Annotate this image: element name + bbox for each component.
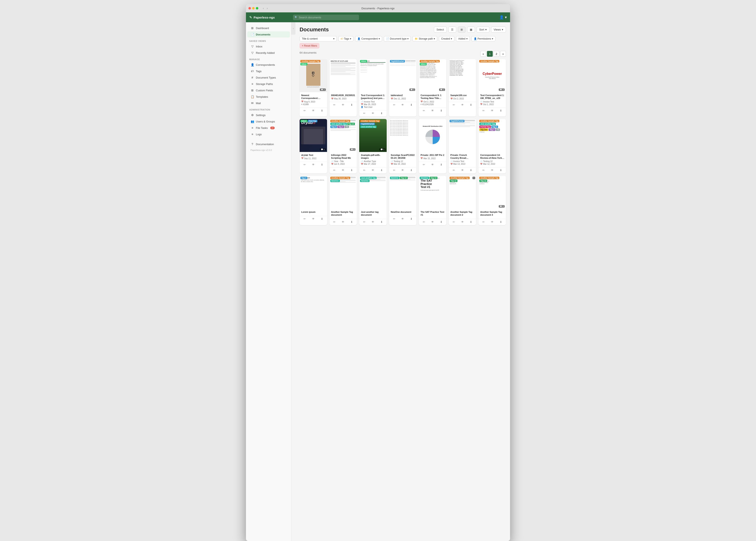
sidebar-item-mail[interactable]: ✉ Mail: [247, 100, 290, 106]
doc-card-3[interactable]: Medical Tracker Has the new KingOptimism…: [359, 59, 387, 117]
doc-card-19[interactable]: Make time to take the practice test. The…: [419, 176, 446, 225]
page-last[interactable]: »: [500, 51, 506, 57]
doc-card-18[interactable]: NewOne Tag 12 NewOne document ✏ 👁 ⬇: [389, 176, 417, 225]
close-button[interactable]: [248, 7, 251, 9]
page-2[interactable]: 2: [494, 51, 499, 57]
sidebar-item-logs[interactable]: ≡ Logs: [247, 131, 290, 137]
edit-btn-15[interactable]: ✏: [302, 217, 307, 221]
download-btn-3[interactable]: ⬇: [379, 111, 384, 115]
sidebar-item-templates[interactable]: 📋 Templates: [247, 94, 290, 100]
edit-btn-21[interactable]: ✏: [481, 220, 486, 224]
view-btn-1[interactable]: 👁: [311, 109, 316, 113]
download-btn-1[interactable]: ⬇: [320, 109, 324, 113]
doc-card-14[interactable]: Review of Articles of Federal Court Peti…: [478, 119, 506, 174]
page-prev[interactable]: «: [480, 51, 486, 57]
download-btn-4[interactable]: ⬇: [409, 103, 414, 107]
sidebar-item-inbox[interactable]: ▽ Inbox: [247, 43, 290, 50]
download-btn-13[interactable]: ⬇: [469, 168, 473, 172]
edit-btn-6[interactable]: ✏: [451, 103, 456, 107]
view-btn-13[interactable]: 👁: [460, 168, 465, 172]
doc-card-2[interactable]: MINUTES OF SCOTLAND: [330, 59, 357, 117]
view-btn-8[interactable]: 👁: [311, 163, 316, 167]
edit-btn-8[interactable]: ✏: [302, 163, 307, 167]
doctype-filter[interactable]: 📄 Document type ▾: [384, 36, 411, 41]
view-btn-11[interactable]: 👁: [400, 168, 405, 172]
minimize-button[interactable]: [252, 7, 255, 9]
edit-btn-19[interactable]: ✏: [422, 220, 426, 224]
edit-btn-1[interactable]: ✏: [302, 109, 307, 113]
sidebar-item-correspondents[interactable]: 👤 Correspondents: [247, 62, 290, 68]
download-btn-8[interactable]: ⬇: [320, 163, 324, 167]
download-btn-19[interactable]: ⬇: [439, 220, 444, 224]
download-btn-12[interactable]: ⬇: [439, 163, 444, 167]
created-filter[interactable]: Created ▾: [439, 36, 454, 41]
view-btn-9[interactable]: 👁: [340, 168, 346, 172]
sidebar-item-custom-fields[interactable]: ⊞ Custom Fields: [247, 87, 290, 93]
sidebar-item-document-types[interactable]: # Document Types: [247, 74, 290, 81]
doc-card-11[interactable]: This is a test for the double space char…: [389, 119, 417, 174]
sidebar-item-storage-paths[interactable]: ≡ Storage Paths: [247, 81, 290, 87]
view-btn-20[interactable]: 👁: [460, 220, 465, 224]
compact-view-button[interactable]: ▦: [467, 27, 475, 33]
edit-btn-3[interactable]: ✏: [362, 111, 367, 115]
storage-path-filter[interactable]: 📁 Storage path ▾: [412, 36, 437, 41]
title-content-filter[interactable]: Title & content ▾: [300, 36, 337, 41]
edit-btn-20[interactable]: ✏: [451, 220, 456, 224]
doc-card-13[interactable]: TagWithPartial Private: French Country B…: [449, 119, 476, 174]
sort-button[interactable]: Sort ▾: [477, 27, 489, 33]
download-btn-2[interactable]: ⬇: [349, 103, 354, 107]
sidebar-collapse-button[interactable]: ‹: [291, 22, 295, 35]
doc-card-21[interactable]: Lorem ipsum dolor sit amet,consectetur a…: [478, 176, 506, 225]
views-button[interactable]: Views ▾: [491, 27, 506, 33]
sidebar-item-users-groups[interactable]: 👥 Users & Groups: [247, 118, 290, 125]
tags-filter[interactable]: 🏷 Tags ▾: [338, 36, 353, 41]
doc-card-15[interactable]: Lorem ipsum Lorem ipsum dolor sit amet, …: [300, 176, 327, 225]
doc-card-6[interactable]: Serial Number,Company Name,Employ... 978…: [449, 59, 476, 117]
forward-button[interactable]: ›: [266, 6, 269, 10]
edit-btn-16[interactable]: ✏: [332, 220, 337, 224]
page-1[interactable]: 1: [487, 51, 493, 57]
grid-view-button[interactable]: ⊞: [458, 27, 465, 33]
view-btn-5[interactable]: 👁: [430, 109, 435, 113]
download-btn-11[interactable]: ⬇: [409, 168, 414, 172]
edit-btn-7[interactable]: ✏: [481, 109, 486, 113]
reset-filters-button[interactable]: × Reset filters: [300, 43, 319, 48]
select-button[interactable]: Select: [434, 27, 447, 33]
permissions-filter[interactable]: 👤 Permissions ▾: [471, 36, 495, 41]
doc-card-1[interactable]: 🎖 NAPOLEON BONAPARTE Another Sample Tag …: [300, 59, 327, 117]
back-button[interactable]: ‹: [262, 6, 265, 10]
view-btn-10[interactable]: 👁: [370, 168, 376, 172]
edit-btn-18[interactable]: ✏: [392, 217, 397, 221]
correspondent-filter[interactable]: 👤 Correspondent ▾: [355, 36, 382, 41]
user-menu[interactable]: 👤 ▾: [499, 15, 507, 20]
download-btn-17[interactable]: ⬇: [379, 220, 384, 224]
download-btn-5[interactable]: ⬇: [439, 109, 444, 113]
edit-btn-13[interactable]: ✏: [451, 168, 456, 172]
sidebar-item-documents[interactable]: 📄 Documents: [247, 31, 290, 38]
download-btn-6[interactable]: ⬇: [469, 103, 473, 107]
maximize-button[interactable]: [256, 7, 258, 9]
doc-card-4[interactable]: TagWithPartial 💬 1 tablerates2 📅 Dec 11,…: [389, 59, 417, 117]
sidebar-item-settings[interactable]: ⚙ Settings: [247, 112, 290, 118]
edit-btn-2[interactable]: ✏: [332, 103, 337, 107]
view-btn-4[interactable]: 👁: [400, 103, 405, 107]
download-btn-14[interactable]: ⬇: [498, 168, 503, 172]
sidebar-item-documentation[interactable]: ? Documentation: [247, 141, 290, 147]
doc-card-10[interactable]: Another Sample Tag TagWithPartial Just a…: [359, 119, 387, 174]
view-btn-14[interactable]: 👁: [490, 168, 495, 172]
edit-btn-4[interactable]: ✏: [392, 103, 397, 107]
edit-btn-14[interactable]: ✏: [481, 168, 486, 172]
download-btn-7[interactable]: ⬇: [498, 109, 503, 113]
view-btn-21[interactable]: 👁: [490, 220, 495, 224]
view-btn-16[interactable]: 👁: [340, 220, 346, 224]
doc-card-12[interactable]: Related BP Distribution 2011: [419, 119, 446, 174]
download-btn-10[interactable]: ⬇: [379, 168, 384, 172]
sidebar-item-file-tasks[interactable]: ≡ File Tasks 18: [247, 125, 290, 131]
edit-btn-10[interactable]: ✏: [362, 168, 367, 172]
download-btn-16[interactable]: ⬇: [349, 220, 354, 224]
download-btn-20[interactable]: ⬇: [469, 220, 473, 224]
view-btn-19[interactable]: 👁: [430, 220, 435, 224]
doc-card-7[interactable]: CyberPower PowerPanel® Business EditionU…: [478, 59, 506, 117]
view-btn-6[interactable]: 👁: [460, 103, 465, 107]
sidebar-item-dashboard[interactable]: ⊞ Dashboard: [247, 25, 290, 31]
